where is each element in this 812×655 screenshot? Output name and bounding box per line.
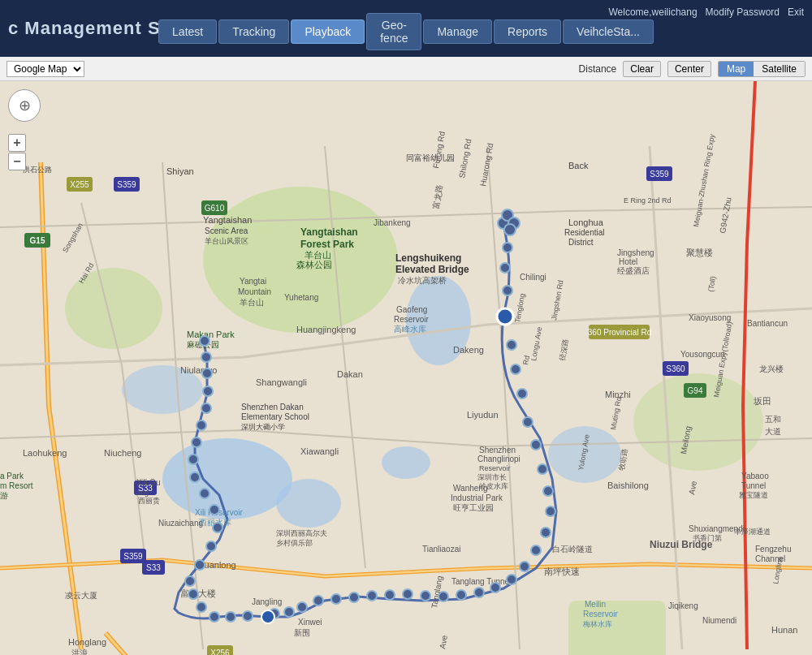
clear-button[interactable]: Clear xyxy=(623,61,661,77)
svg-point-192 xyxy=(284,607,294,617)
svg-point-207 xyxy=(188,455,198,464)
svg-point-204 xyxy=(209,505,219,515)
svg-text:X255: X255 xyxy=(70,180,89,189)
svg-point-164 xyxy=(503,243,512,252)
svg-point-199 xyxy=(188,589,198,599)
svg-point-188 xyxy=(349,593,359,602)
svg-point-171 xyxy=(523,417,533,427)
zoom-out-button[interactable]: − xyxy=(8,153,26,170)
svg-text:Fengzehu: Fengzehu xyxy=(755,545,791,554)
svg-point-190 xyxy=(313,596,323,605)
svg-text:Shuxiangmendi: Shuxiangmendi xyxy=(689,524,745,533)
svg-text:经盛酒店: 经盛酒店 xyxy=(617,266,650,275)
center-button[interactable]: Center xyxy=(667,61,711,77)
distance-label: Distance xyxy=(579,63,617,75)
map-container[interactable]: G15 S359 S359 G610 S33 S33 S360 G94 S359 xyxy=(0,81,812,655)
svg-point-7 xyxy=(382,446,430,479)
svg-text:Chilingi: Chilingi xyxy=(520,273,546,282)
nav-manage[interactable]: Manage xyxy=(423,19,492,44)
svg-text:Jingsheng: Jingsheng xyxy=(617,248,654,257)
svg-text:坂田: 坂田 xyxy=(753,396,771,406)
svg-point-191 xyxy=(297,602,307,612)
svg-point-170 xyxy=(517,389,527,399)
svg-text:E Ring 2nd Rd: E Ring 2nd Rd xyxy=(624,196,672,205)
svg-text:S359: S359 xyxy=(123,552,143,561)
svg-point-180 xyxy=(490,583,500,593)
svg-text:Shenzhen Dakan: Shenzhen Dakan xyxy=(241,403,304,412)
svg-point-196 xyxy=(226,612,235,622)
nav-reports[interactable]: Reports xyxy=(494,19,561,44)
nav-playback[interactable]: Playback xyxy=(291,19,365,44)
svg-text:Yangtai: Yangtai xyxy=(240,277,266,286)
svg-text:Bantiancun: Bantiancun xyxy=(747,319,788,328)
svg-text:Shiyan: Shiyan xyxy=(166,166,194,176)
svg-text:乡村俱乐部: 乡村俱乐部 xyxy=(276,539,313,547)
compass-icon[interactable]: ⊕ xyxy=(8,89,41,122)
svg-text:Changlinopi: Changlinopi xyxy=(477,455,520,463)
svg-point-167 xyxy=(497,308,513,325)
map-view-map[interactable]: Map xyxy=(719,62,754,76)
svg-point-173 xyxy=(538,464,547,474)
svg-text:Yousongcun: Yousongcun xyxy=(680,350,725,359)
svg-point-189 xyxy=(331,594,341,604)
svg-text:羊台山: 羊台山 xyxy=(240,298,264,307)
svg-text:岭皮水库: 岭皮水库 xyxy=(479,482,508,490)
svg-point-212 xyxy=(202,368,212,378)
nav-geofence[interactable]: Geo-fence xyxy=(366,13,421,50)
svg-text:Forest Park: Forest Park xyxy=(300,239,354,250)
svg-text:S33: S33 xyxy=(146,563,161,572)
svg-text:Industrial Park: Industrial Park xyxy=(451,493,503,502)
svg-text:羊台山: 羊台山 xyxy=(304,250,331,260)
svg-text:S359: S359 xyxy=(117,180,136,189)
svg-text:同富裕幼儿园: 同富裕幼儿园 xyxy=(406,153,455,162)
nav-tracking[interactable]: Tracking xyxy=(218,19,289,44)
svg-point-181 xyxy=(474,588,484,597)
svg-text:Xili Gu: Xili Gu xyxy=(136,478,160,487)
svg-point-209 xyxy=(197,420,206,430)
modify-password-link[interactable]: Modify Password xyxy=(706,6,780,18)
svg-point-206 xyxy=(190,472,200,482)
svg-point-183 xyxy=(438,592,448,601)
svg-point-169 xyxy=(511,364,520,374)
nav-veihclesta[interactable]: VeihcleSta... xyxy=(563,19,654,44)
svg-point-201 xyxy=(195,560,205,570)
svg-text:G610: G610 xyxy=(205,204,225,213)
svg-text:Back: Back xyxy=(568,161,589,170)
svg-text:雅宝隧道: 雅宝隧道 xyxy=(739,491,768,499)
exit-link[interactable]: Exit xyxy=(788,6,804,18)
svg-point-186 xyxy=(385,590,395,600)
svg-text:Jibankeng: Jibankeng xyxy=(374,218,411,227)
svg-text:深圳西丽高尔夫: 深圳西丽高尔夫 xyxy=(276,529,327,537)
svg-point-210 xyxy=(201,403,211,413)
svg-text:南坪快速: 南坪快速 xyxy=(544,567,580,576)
svg-text:Jangling: Jangling xyxy=(252,597,282,606)
svg-text:旺亨工业园: 旺亨工业园 xyxy=(453,503,494,512)
svg-text:梅林水库: 梅林水库 xyxy=(582,620,612,628)
svg-text:District: District xyxy=(568,238,594,247)
svg-point-5 xyxy=(162,438,292,519)
svg-point-213 xyxy=(201,352,211,362)
map-type-selector[interactable]: Google Map xyxy=(6,61,84,77)
svg-text:深圳大磡小学: 深圳大磡小学 xyxy=(241,423,285,431)
map-type-dropdown[interactable]: Google Map xyxy=(6,61,84,77)
svg-point-200 xyxy=(185,576,195,586)
svg-point-203 xyxy=(213,523,222,532)
svg-text:Baishilong: Baishilong xyxy=(607,480,649,490)
zoom-in-button[interactable]: + xyxy=(8,134,26,152)
nav-latest[interactable]: Latest xyxy=(158,19,217,44)
svg-text:Hotel: Hotel xyxy=(619,257,637,266)
svg-text:Tanglang Tunnel: Tanglang Tunnel xyxy=(451,577,511,586)
svg-point-195 xyxy=(243,611,253,621)
svg-text:Reservoir: Reservoir xyxy=(583,610,618,618)
svg-point-194 xyxy=(261,610,274,623)
svg-text:森林公园: 森林公园 xyxy=(296,260,332,269)
svg-text:西丽贵: 西丽贵 xyxy=(138,497,160,505)
svg-text:Huangjingkeng: Huangjingkeng xyxy=(296,325,356,334)
svg-text:聚慧楼: 聚慧楼 xyxy=(686,248,713,257)
svg-text:深圳市长: 深圳市长 xyxy=(477,473,507,481)
svg-text:Laohukeng: Laohukeng xyxy=(23,448,67,458)
svg-point-185 xyxy=(403,589,412,599)
svg-point-175 xyxy=(546,506,555,516)
svg-point-182 xyxy=(456,590,466,600)
map-view-satellite[interactable]: Satellite xyxy=(754,62,805,76)
